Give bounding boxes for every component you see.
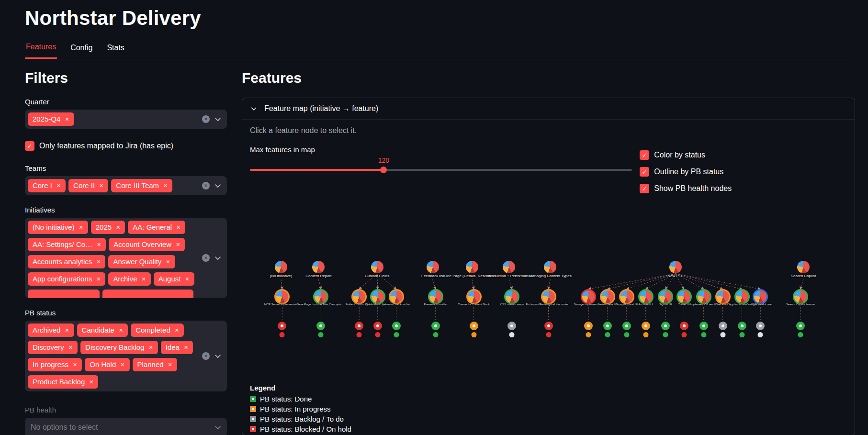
filter-tag[interactable]: Core III Team✕ bbox=[111, 179, 172, 192]
pb-health-node[interactable] bbox=[622, 322, 631, 330]
filter-tag[interactable]: AA: Settings/ Co…✕ bbox=[28, 238, 106, 251]
filter-tag[interactable]: (No initiative)✕ bbox=[28, 221, 88, 234]
tag-remove-icon[interactable]: ✕ bbox=[142, 274, 146, 284]
initiative-node[interactable] bbox=[466, 261, 478, 273]
pb-health-node[interactable] bbox=[355, 322, 363, 330]
tag-remove-icon[interactable]: ✕ bbox=[96, 274, 101, 284]
tag-remove-icon[interactable]: ✕ bbox=[116, 223, 120, 232]
pb-health-node[interactable] bbox=[756, 322, 765, 330]
initiative-node[interactable] bbox=[312, 261, 325, 273]
quarter-multiselect[interactable]: 2025-Q4✕ ✕ bbox=[25, 110, 227, 129]
feature-node[interactable] bbox=[389, 289, 404, 304]
initiative-node[interactable] bbox=[797, 261, 810, 273]
tag-remove-icon[interactable]: ✕ bbox=[68, 343, 73, 352]
feature-node[interactable] bbox=[715, 289, 731, 304]
initiative-node[interactable] bbox=[544, 261, 556, 273]
tab-features[interactable]: Features bbox=[25, 42, 57, 59]
feature-node[interactable] bbox=[638, 289, 654, 304]
tag-remove-icon[interactable]: ✕ bbox=[79, 223, 83, 232]
tag-remove-icon[interactable]: ✕ bbox=[185, 274, 189, 284]
tag-remove-icon[interactable]: ✕ bbox=[96, 257, 101, 267]
tag-remove-icon[interactable]: ✕ bbox=[176, 240, 180, 249]
tag-remove-icon[interactable]: ✕ bbox=[99, 181, 103, 190]
slider-track[interactable] bbox=[250, 169, 632, 171]
filter-tag[interactable]: August✕ bbox=[154, 272, 194, 286]
chevron-down-icon[interactable] bbox=[214, 115, 222, 123]
filter-tag[interactable]: Product Backlog✕ bbox=[28, 375, 98, 389]
filter-tag-clipped[interactable]: ✕ bbox=[28, 290, 100, 298]
filter-tag-clipped[interactable]: ✕ bbox=[102, 290, 193, 298]
pb-health-node[interactable] bbox=[719, 322, 727, 330]
tag-remove-icon[interactable]: ✕ bbox=[168, 360, 172, 369]
filter-tag[interactable]: Account Overview✕ bbox=[109, 238, 185, 251]
clear-all-icon[interactable]: ✕ bbox=[202, 115, 210, 123]
tag-remove-icon[interactable]: ✕ bbox=[184, 343, 188, 352]
tag-remove-icon[interactable]: ✕ bbox=[120, 360, 124, 369]
chevron-down-icon[interactable] bbox=[214, 181, 222, 190]
tag-remove-icon[interactable]: ✕ bbox=[176, 223, 180, 232]
pb-health-node[interactable] bbox=[584, 322, 593, 330]
filter-tag[interactable]: Completed✕ bbox=[131, 323, 184, 337]
clear-all-icon[interactable]: ✕ bbox=[202, 254, 210, 262]
feature-node[interactable] bbox=[313, 289, 328, 304]
pb-health-node[interactable] bbox=[470, 322, 478, 330]
tag-remove-icon[interactable]: ✕ bbox=[163, 181, 168, 190]
map-checkbox-show-pb-health-nodes[interactable]: ✓Show PB health nodes bbox=[640, 184, 732, 193]
filter-tag[interactable]: In progress✕ bbox=[28, 358, 82, 371]
filter-tag[interactable]: Discovery✕ bbox=[28, 341, 78, 354]
initiatives-multiselect[interactable]: (No initiative)✕2025✕AA: General✕AA: Set… bbox=[25, 218, 227, 298]
pb-health-node[interactable] bbox=[661, 322, 670, 330]
feature-map-expander-header[interactable]: Feature map (initiative → feature) bbox=[242, 98, 855, 120]
tag-remove-icon[interactable]: ✕ bbox=[89, 377, 93, 387]
initiative-node[interactable] bbox=[669, 261, 682, 273]
tag-remove-icon[interactable]: ✕ bbox=[148, 343, 153, 352]
filter-tag[interactable]: Core II✕ bbox=[68, 179, 108, 192]
feature-node[interactable] bbox=[466, 289, 482, 304]
filter-tag[interactable]: Discovery Backlog✕ bbox=[80, 341, 158, 354]
clear-all-icon[interactable]: ✕ bbox=[202, 182, 210, 190]
initiative-node[interactable] bbox=[275, 261, 287, 273]
feature-node[interactable] bbox=[581, 289, 596, 304]
chevron-down-icon[interactable] bbox=[214, 352, 222, 360]
teams-multiselect[interactable]: Core I✕Core II✕Core III Team✕ ✕ bbox=[25, 176, 227, 195]
pb-health-node[interactable] bbox=[603, 322, 612, 330]
pb-health-node[interactable] bbox=[796, 322, 805, 330]
feature-node[interactable] bbox=[428, 289, 443, 304]
feature-node[interactable] bbox=[793, 289, 808, 304]
map-checkbox-color-by-status[interactable]: ✓Color by status bbox=[640, 150, 732, 160]
pb-status-multiselect[interactable]: Archived✕Candidate✕Completed✕Discovery✕D… bbox=[25, 321, 227, 391]
feature-node[interactable] bbox=[619, 289, 634, 304]
filter-tag[interactable]: 2025-Q4✕ bbox=[28, 112, 74, 126]
jira-filter-checkbox[interactable]: ✓ Only features mapped to Jira (has epic… bbox=[25, 141, 227, 151]
tag-remove-icon[interactable]: ✕ bbox=[56, 181, 61, 190]
pb-health-node[interactable] bbox=[738, 322, 746, 330]
feature-node[interactable] bbox=[504, 289, 519, 304]
feature-node[interactable] bbox=[696, 289, 711, 304]
filter-tag[interactable]: Archive✕ bbox=[108, 272, 150, 286]
filter-tag[interactable]: Planned✕ bbox=[133, 358, 177, 371]
pb-health-node[interactable] bbox=[680, 322, 688, 330]
pb-health-node[interactable] bbox=[431, 322, 440, 330]
tag-remove-icon[interactable]: ✕ bbox=[119, 325, 123, 335]
pb-health-node[interactable] bbox=[699, 322, 708, 330]
filter-tag[interactable]: AA: General✕ bbox=[128, 221, 185, 234]
feature-node[interactable] bbox=[658, 289, 673, 304]
tag-remove-icon[interactable]: ✕ bbox=[73, 360, 77, 369]
filter-tag[interactable]: 2025✕ bbox=[91, 221, 125, 234]
tag-remove-icon[interactable]: ✕ bbox=[65, 325, 69, 335]
filter-tag[interactable]: Accounts analytics✕ bbox=[28, 255, 105, 268]
feature-node[interactable] bbox=[676, 289, 692, 304]
slider-thumb[interactable] bbox=[380, 167, 387, 173]
tag-remove-icon[interactable]: ✕ bbox=[97, 240, 101, 249]
feature-node[interactable] bbox=[370, 289, 385, 304]
tag-remove-icon[interactable]: ✕ bbox=[65, 114, 69, 124]
tag-remove-icon[interactable]: ✕ bbox=[175, 325, 179, 335]
pb-health-node[interactable] bbox=[373, 322, 382, 330]
pb-health-node[interactable] bbox=[544, 322, 553, 330]
initiative-node[interactable] bbox=[503, 261, 515, 273]
map-checkbox-outline-by-pb-status[interactable]: ✓Outline by PB status bbox=[640, 167, 732, 177]
initiative-node[interactable] bbox=[371, 261, 383, 273]
pb-health-node[interactable] bbox=[642, 322, 650, 330]
filter-tag[interactable]: On Hold✕ bbox=[85, 358, 129, 371]
feature-node[interactable] bbox=[734, 289, 750, 304]
